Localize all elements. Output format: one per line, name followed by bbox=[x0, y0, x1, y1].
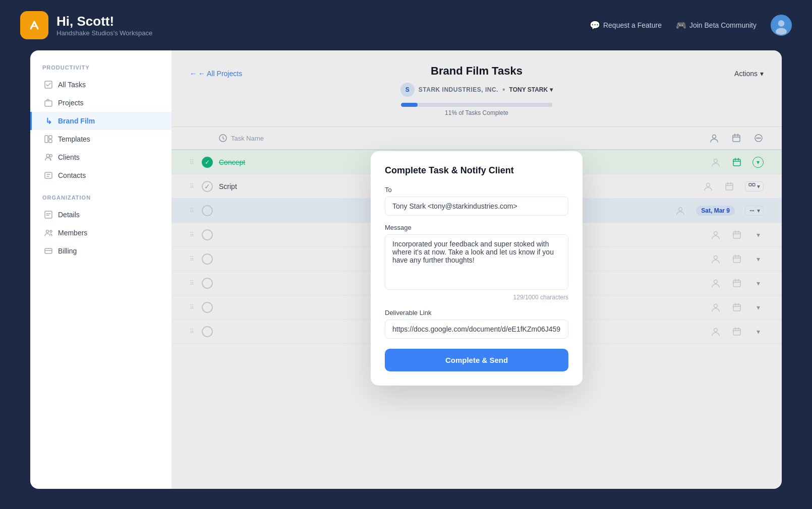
svg-point-2 bbox=[776, 28, 787, 35]
complete-task-modal: Complete Task & Notify Client To Message… bbox=[371, 151, 583, 386]
billing-label: Billing bbox=[58, 247, 77, 255]
sidebar-item-members[interactable]: Members bbox=[30, 224, 171, 242]
content-panel: ← ← All Projects Brand Film Tasks S STAR… bbox=[171, 50, 782, 489]
templates-label: Templates bbox=[58, 135, 90, 143]
svg-rect-11 bbox=[45, 211, 52, 218]
billing-icon bbox=[44, 246, 53, 256]
projects-icon bbox=[44, 98, 53, 107]
templates-icon bbox=[44, 135, 53, 144]
deliverable-input[interactable] bbox=[385, 320, 568, 339]
svg-rect-6 bbox=[49, 136, 52, 139]
sidebar-item-templates[interactable]: Templates bbox=[30, 130, 171, 148]
sidebar-item-all-tasks[interactable]: All Tasks bbox=[30, 76, 171, 94]
to-label: To bbox=[385, 186, 568, 194]
chat-icon: 💬 bbox=[590, 20, 600, 31]
message-field-group: Message Incorporated your feedback and s… bbox=[385, 224, 568, 301]
sidebar-item-details[interactable]: Details bbox=[30, 206, 171, 224]
header-right: 💬 Request a Feature 🎮 Join Beta Communit… bbox=[590, 15, 792, 36]
all-tasks-label: All Tasks bbox=[58, 81, 86, 89]
svg-rect-10 bbox=[45, 172, 52, 178]
header-left: Hi, Scott! Handshake Studios's Workspace bbox=[20, 11, 152, 39]
request-feature-link[interactable]: 💬 Request a Feature bbox=[590, 20, 662, 31]
discord-icon: 🎮 bbox=[676, 20, 686, 31]
join-beta-link[interactable]: 🎮 Join Beta Community bbox=[676, 20, 757, 31]
svg-rect-5 bbox=[45, 136, 48, 143]
svg-point-8 bbox=[46, 154, 49, 157]
main-layout: PRODUCTIVITY All Tasks Projects ↳ Brand … bbox=[0, 50, 812, 509]
brand-film-icon: ↳ bbox=[44, 116, 53, 125]
svg-point-12 bbox=[46, 230, 49, 233]
details-icon bbox=[44, 210, 53, 219]
sidebar-item-billing[interactable]: Billing bbox=[30, 242, 171, 260]
message-label: Message bbox=[385, 224, 568, 231]
modal-title: Complete Task & Notify Client bbox=[385, 165, 568, 176]
complete-send-button[interactable]: Complete & Send bbox=[385, 349, 568, 371]
sidebar-item-contacts[interactable]: Contacts bbox=[30, 166, 171, 184]
message-textarea[interactable]: Incorporated your feedback and super sto… bbox=[385, 234, 568, 290]
organization-section-title: ORGANIZATION bbox=[30, 195, 171, 206]
clients-icon bbox=[44, 153, 53, 162]
sidebar-item-clients[interactable]: Clients bbox=[30, 148, 171, 166]
tasks-icon bbox=[44, 80, 53, 89]
sidebar: PRODUCTIVITY All Tasks Projects ↳ Brand … bbox=[30, 50, 171, 489]
greeting-text: Hi, Scott! bbox=[56, 14, 152, 29]
svg-rect-14 bbox=[45, 248, 52, 253]
svg-point-1 bbox=[778, 20, 785, 27]
members-icon bbox=[44, 228, 53, 237]
workspace-text: Handshake Studios's Workspace bbox=[56, 29, 152, 37]
details-label: Details bbox=[58, 211, 80, 219]
brand-film-label: Brand Film bbox=[58, 117, 95, 125]
deliverable-field-group: Deliverable Link bbox=[385, 309, 568, 339]
svg-rect-4 bbox=[45, 101, 52, 106]
header: Hi, Scott! Handshake Studios's Workspace… bbox=[0, 0, 812, 50]
to-input[interactable] bbox=[385, 197, 568, 216]
svg-point-13 bbox=[50, 230, 52, 232]
svg-point-9 bbox=[50, 155, 52, 157]
deliverable-label: Deliverable Link bbox=[385, 309, 568, 316]
members-label: Members bbox=[58, 229, 87, 237]
contacts-icon bbox=[44, 171, 53, 180]
user-avatar[interactable] bbox=[771, 15, 792, 36]
clients-label: Clients bbox=[58, 153, 80, 161]
sidebar-item-brand-film[interactable]: ↳ Brand Film bbox=[30, 112, 171, 130]
productivity-section-title: PRODUCTIVITY bbox=[30, 65, 171, 76]
sidebar-item-projects[interactable]: Projects bbox=[30, 94, 171, 112]
char-count: 129/1000 characters bbox=[385, 294, 568, 301]
contacts-label: Contacts bbox=[58, 171, 86, 179]
modal-overlay: Complete Task & Notify Client To Message… bbox=[171, 50, 782, 489]
projects-label: Projects bbox=[58, 99, 84, 107]
header-title: Hi, Scott! Handshake Studios's Workspace bbox=[56, 14, 152, 37]
app-icon bbox=[20, 11, 48, 39]
to-field-group: To bbox=[385, 186, 568, 216]
svg-rect-7 bbox=[49, 140, 52, 143]
